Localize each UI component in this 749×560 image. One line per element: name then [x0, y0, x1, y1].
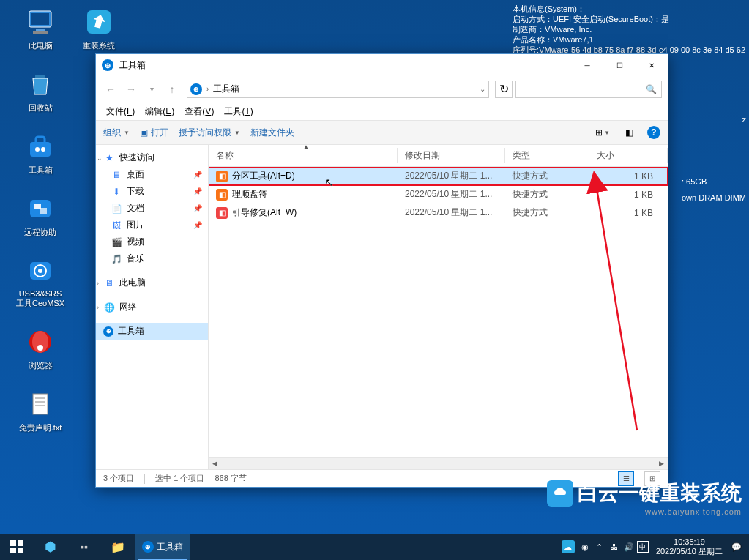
search-input[interactable] — [521, 84, 646, 94]
svg-rect-4 — [35, 75, 45, 78]
help-button[interactable]: ? — [647, 126, 660, 139]
up-button[interactable]: ↑ — [163, 81, 181, 98]
desktop-icon-reinstall[interactable]: 重装系统 — [70, 7, 128, 51]
taskbar-active-window[interactable]: ⊕工具箱 — [135, 534, 190, 560]
menu-tools[interactable]: 工具(T) — [221, 104, 256, 119]
col-name[interactable]: 名称▲ — [209, 145, 398, 166]
desktop-icon-browser[interactable]: 浏览器 — [11, 327, 70, 371]
svg-point-7 — [41, 147, 45, 152]
search-box[interactable]: 🔍 — [515, 81, 662, 98]
desktop-icon-toolbox[interactable]: 工具箱 — [11, 132, 70, 176]
window-title: 工具箱 — [119, 59, 571, 72]
shortcut-icon: ◧ — [216, 207, 228, 219]
sidebar-item-music[interactable]: 🎵音乐 — [96, 250, 208, 267]
sidebar-toolbox[interactable]: ⊕工具箱 — [96, 323, 208, 340]
explorer-window: ⊕ 工具箱 ─ ☐ ✕ ← → ▾ ↑ ⊕ › 工具箱 ⌄ ↻ 🔍 文件(F) … — [95, 53, 668, 488]
menu-file[interactable]: 文件(F) — [103, 104, 138, 119]
sort-indicator: ▲ — [303, 145, 309, 150]
taskbar-app2[interactable]: ▪▪ — [67, 534, 101, 560]
desktop-icon-pc[interactable]: 此电脑 — [11, 7, 70, 51]
system-info-overlay: 本机信息(System)： 启动方式：UEFI 安全启动(SecureBoot)… — [513, 4, 745, 55]
tray-icon[interactable]: ☁ — [562, 540, 575, 553]
desktop-icon-txt[interactable]: 免责声明.txt — [11, 389, 70, 433]
pin-icon: 📌 — [193, 187, 202, 195]
extra-info-overlay: z — [742, 113, 747, 125]
address-bar[interactable]: ⊕ › 工具箱 ⌄ — [187, 81, 489, 98]
column-headers: 名称▲ 修改日期 类型 大小 — [209, 145, 668, 167]
grant-access-button[interactable]: 授予访问权限▼ — [179, 127, 240, 139]
svg-rect-1 — [31, 13, 49, 25]
tray-notifications-icon[interactable]: 💬 — [730, 540, 743, 553]
svg-rect-2 — [36, 29, 45, 31]
browser-icon — [26, 327, 55, 356]
toolbox-icon: ⊕ — [103, 326, 113, 337]
preview-pane-button[interactable]: ◧ — [621, 124, 637, 141]
taskbar-app3[interactable]: 📁 — [101, 534, 135, 560]
menu-bar: 文件(F) 编辑(E) 查看(V) 工具(T) — [96, 102, 668, 120]
watermark: 白云一键重装系统 www.baiyunxitong.com — [547, 479, 742, 516]
reinstall-icon — [84, 7, 113, 37]
app-icon: ⊕ — [102, 59, 113, 71]
file-row[interactable]: ◧引导修复(Alt+W) 2022/05/10 星期二 1... 快捷方式 1 … — [209, 204, 668, 222]
svg-rect-26 — [18, 548, 23, 553]
sidebar-quick-access[interactable]: ⌄★快速访问 — [96, 149, 208, 166]
address-icon: ⊕ — [190, 83, 202, 95]
view-options-button[interactable]: ⊞▼ — [595, 124, 611, 141]
chevron-icon: › — [206, 85, 209, 93]
col-size[interactable]: 大小 — [589, 145, 668, 166]
status-count: 3 个项目 — [103, 473, 134, 484]
menu-view[interactable]: 查看(V) — [182, 104, 217, 119]
sidebar-item-downloads[interactable]: ⬇下载📌 — [96, 183, 208, 200]
close-button[interactable]: ✕ — [636, 54, 668, 76]
address-dropdown[interactable]: ⌄ — [480, 85, 485, 93]
menu-edit[interactable]: 编辑(E) — [142, 104, 177, 119]
sidebar-item-videos[interactable]: 🎬视频 — [96, 234, 208, 250]
pin-icon: 📌 — [193, 204, 202, 212]
new-folder-button[interactable]: 新建文件夹 — [250, 127, 294, 139]
col-type[interactable]: 类型 — [505, 145, 589, 166]
sidebar-item-pictures[interactable]: 🖼图片📌 — [96, 217, 208, 234]
sidebar-network[interactable]: ›🌐网络 — [96, 299, 208, 316]
forward-button[interactable]: → — [122, 81, 140, 98]
tray-clock[interactable]: 10:35:192022/05/10 星期二 — [650, 537, 728, 556]
start-button[interactable] — [0, 534, 34, 560]
tray-network-icon[interactable]: 🖧 — [608, 540, 621, 553]
desktop-icon-remote[interactable]: 远程协助 — [11, 194, 70, 238]
tray-ime-icon[interactable]: 中 — [637, 541, 649, 553]
desktop-icons-col1: 此电脑 回收站 工具箱 远程协助 USB3&SRS 工具CeoMSX 浏览器 免… — [11, 7, 70, 452]
sidebar-item-documents[interactable]: 📄文档📌 — [96, 200, 208, 217]
tray-volume-icon[interactable]: 🔊 — [622, 540, 636, 553]
desktop-icon-usb[interactable]: USB3&SRS 工具CeoMSX — [11, 256, 70, 309]
status-bytes: 868 字节 — [215, 473, 246, 484]
usb-icon — [26, 256, 55, 285]
scroll-right[interactable]: ▶ — [655, 458, 668, 470]
recent-dropdown[interactable]: ▾ — [143, 81, 160, 98]
horizontal-scrollbar[interactable]: ◀ ▶ — [209, 457, 668, 469]
file-row[interactable]: ◧分区工具(Alt+D) 2022/05/10 星期二 1... 快捷方式 1 … — [209, 167, 668, 185]
col-date[interactable]: 修改日期 — [398, 145, 505, 166]
shortcut-icon: ◧ — [216, 171, 228, 182]
file-row[interactable]: ◧理顺盘符 2022/05/10 星期二 1... 快捷方式 1 KB — [209, 185, 668, 204]
system-tray: ☁ ◉ ⌃ 🖧 🔊 中 10:35:192022/05/10 星期二 💬 — [562, 537, 749, 556]
sidebar-this-pc[interactable]: ›🖥此电脑 — [96, 275, 208, 291]
scroll-left[interactable]: ◀ — [209, 458, 221, 470]
sidebar-item-desktop[interactable]: 🖥桌面📌 — [96, 166, 208, 183]
svg-rect-10 — [40, 208, 47, 214]
remote-icon — [26, 194, 55, 223]
open-button[interactable]: ▣打开 — [140, 127, 168, 139]
tray-icon[interactable]: ◉ — [578, 540, 592, 553]
svg-point-6 — [35, 147, 40, 152]
minimize-button[interactable]: ─ — [571, 54, 603, 76]
pc-icon — [26, 7, 55, 37]
organize-button[interactable]: 组织▼ — [103, 127, 130, 139]
taskbar-app1[interactable]: ⬢ — [34, 534, 67, 560]
desktop-icon-recycle[interactable]: 回收站 — [11, 70, 70, 113]
maximize-button[interactable]: ☐ — [603, 54, 636, 76]
file-rows: ◧分区工具(Alt+D) 2022/05/10 星期二 1... 快捷方式 1 … — [209, 167, 668, 457]
back-button[interactable]: ← — [102, 81, 119, 98]
svg-rect-5 — [30, 142, 51, 157]
titlebar[interactable]: ⊕ 工具箱 ─ ☐ ✕ — [96, 54, 668, 76]
svg-rect-24 — [18, 540, 23, 546]
tray-dropdown[interactable]: ⌃ — [593, 540, 606, 553]
refresh-button[interactable]: ↻ — [495, 81, 513, 98]
